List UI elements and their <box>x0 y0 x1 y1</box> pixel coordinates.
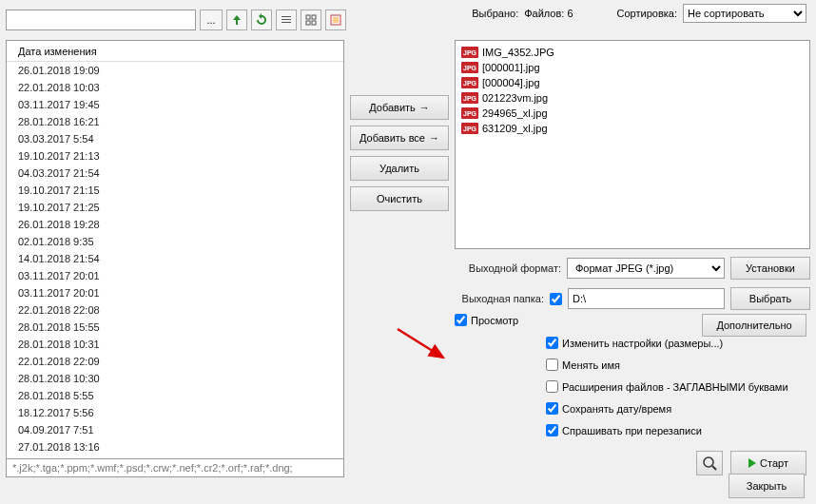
list-item[interactable]: 26.01.2018 19:09 <box>7 62 343 79</box>
out-folder-input[interactable] <box>568 288 725 309</box>
rename-label: Менять имя <box>562 359 620 371</box>
list-item[interactable]: 03.03.2017 5:54 <box>7 130 343 147</box>
svg-rect-4 <box>312 15 316 19</box>
list-item[interactable]: 27.01.2018 13:16 <box>7 438 343 456</box>
keep-date-label: Сохранять дату/время <box>562 403 671 415</box>
file-row[interactable]: JPG[000001].jpg <box>459 60 806 75</box>
jpg-icon: JPG <box>461 47 478 58</box>
file-name: [000001].jpg <box>482 62 540 73</box>
list-item[interactable]: 02.01.2018 9:35 <box>7 233 343 250</box>
list-item[interactable]: 14.01.2018 21:54 <box>7 250 343 267</box>
svg-rect-0 <box>282 16 291 17</box>
list-item[interactable]: 03.11.2017 19:45 <box>7 96 343 113</box>
list-item[interactable]: 22.01.2018 22:08 <box>7 301 343 319</box>
jpg-icon: JPG <box>461 107 478 119</box>
svg-rect-2 <box>282 22 291 23</box>
up-arrow-icon <box>230 13 243 27</box>
jpg-icon: JPG <box>461 77 478 88</box>
browse-folder-button[interactable]: Выбрать <box>730 287 810 310</box>
list-item[interactable]: 22.01.2018 22:09 <box>7 353 343 370</box>
up-folder-button[interactable] <box>226 10 247 30</box>
svg-rect-3 <box>306 15 310 19</box>
clear-button[interactable]: Очистить <box>350 186 449 211</box>
list-item[interactable]: 26.01.2018 19:28 <box>7 216 343 233</box>
file-name: IMG_4352.JPG <box>482 47 554 58</box>
ask-overwrite-label: Спрашивать при перезаписи <box>562 425 702 436</box>
arrow-right-icon: → <box>419 102 430 113</box>
preview-checkbox[interactable] <box>455 314 467 326</box>
svg-point-9 <box>704 457 713 467</box>
mid-buttons: Добавить→ Добавить все→ Удалить Очистить <box>350 40 449 477</box>
list-item[interactable]: 03.11.2017 20:01 <box>7 284 343 301</box>
list-item[interactable]: 19.10.2017 21:13 <box>7 147 343 165</box>
list-item[interactable]: 28.01.2018 16:21 <box>7 113 343 130</box>
out-folder-label: Выходная папка: <box>455 293 544 304</box>
refresh-button[interactable] <box>251 10 272 30</box>
browse-button[interactable]: ... <box>200 10 223 30</box>
details-icon <box>280 13 293 27</box>
start-button[interactable]: Старт <box>730 451 806 475</box>
jpg-icon: JPG <box>461 123 478 134</box>
close-button[interactable]: Закрыть <box>729 474 805 498</box>
rename-checkbox[interactable] <box>546 359 558 371</box>
file-row[interactable]: JPG631209_xl.jpg <box>459 121 806 136</box>
list-item[interactable]: 19.10.2017 21:25 <box>7 199 343 216</box>
dots-icon: ... <box>206 14 215 26</box>
sort-select[interactable]: Не сортировать <box>683 4 806 23</box>
list-item[interactable]: 28.01.2018 10:30 <box>7 370 343 387</box>
list-item[interactable]: 18.12.2017 5:56 <box>7 404 343 421</box>
view-details-button[interactable] <box>276 10 297 30</box>
delete-button[interactable]: Удалить <box>350 156 449 181</box>
file-row[interactable]: JPG021223vm.jpg <box>459 90 806 106</box>
advanced-button[interactable]: Дополнительно <box>702 314 806 337</box>
list-item[interactable]: 04.03.2017 21:54 <box>7 165 343 182</box>
ext-upper-label: Расширения файлов - ЗАГЛАВНЫМИ буквами <box>562 381 788 393</box>
refresh-icon <box>255 13 268 27</box>
list-item[interactable]: 04.09.2017 7:51 <box>7 421 343 438</box>
svg-rect-5 <box>306 21 310 25</box>
list-item[interactable]: 28.01.2018 15:55 <box>7 319 343 336</box>
file-name: 021223vm.jpg <box>482 92 548 104</box>
right-panel: JPGIMG_4352.JPGJPG[000001].jpgJPG[000004… <box>455 40 810 477</box>
left-panel: Дата изменения 26.01.2018 19:0922.01.201… <box>6 40 344 477</box>
sort-label: Сортировка: <box>617 8 677 19</box>
file-row[interactable]: JPGIMG_4352.JPG <box>459 45 806 60</box>
list-item[interactable]: 28.01.2018 10:31 <box>7 336 343 353</box>
thumbs-icon <box>329 13 342 27</box>
svg-rect-1 <box>282 19 291 20</box>
out-format-label: Выходной формат: <box>455 262 561 274</box>
selected-files-list[interactable]: JPGIMG_4352.JPGJPG[000001].jpgJPG[000004… <box>455 40 810 249</box>
view-list-button[interactable] <box>301 10 321 30</box>
file-name: [000004].jpg <box>482 77 540 88</box>
list-icon <box>304 13 318 27</box>
add-button[interactable]: Добавить→ <box>350 95 449 120</box>
file-row[interactable]: JPG294965_xl.jpg <box>459 106 806 121</box>
settings-button[interactable]: Установки <box>730 257 810 280</box>
resize-checkbox[interactable] <box>546 337 558 349</box>
play-icon <box>748 458 756 468</box>
list-item[interactable]: 28.01.2018 5:55 <box>7 387 343 404</box>
list-item[interactable]: 22.01.2018 10:03 <box>7 79 343 96</box>
list-item[interactable]: 03.11.2017 20:01 <box>7 267 343 284</box>
file-row[interactable]: JPG[000004].jpg <box>459 75 806 90</box>
arrow-right-icon: → <box>429 132 439 144</box>
out-folder-checkbox[interactable] <box>550 293 562 305</box>
preview-magnify-button[interactable] <box>696 451 723 475</box>
out-format-select[interactable]: Формат JPEG (*.jpg) <box>567 258 725 279</box>
list-header[interactable]: Дата изменения <box>7 41 343 62</box>
resize-label: Изменить настройки (размеры...) <box>562 338 723 349</box>
svg-rect-6 <box>312 21 316 25</box>
keep-date-checkbox[interactable] <box>546 402 558 415</box>
add-all-button[interactable]: Добавить все→ <box>350 126 449 150</box>
ext-upper-checkbox[interactable] <box>546 380 558 393</box>
list-item[interactable]: 19.10.2017 21:15 <box>7 182 343 199</box>
filter-bar: *.j2k;*.tga;*.ppm;*.wmf;*.psd;*.crw;*.ne… <box>6 459 344 477</box>
file-name: 631209_xl.jpg <box>482 123 548 134</box>
date-list[interactable]: Дата изменения 26.01.2018 19:0922.01.201… <box>6 40 344 459</box>
jpg-icon: JPG <box>461 62 478 73</box>
file-name: 294965_xl.jpg <box>482 107 548 119</box>
view-thumbs-button[interactable] <box>325 10 346 30</box>
svg-rect-8 <box>333 17 339 23</box>
path-input[interactable] <box>6 10 196 30</box>
ask-overwrite-checkbox[interactable] <box>546 424 558 436</box>
